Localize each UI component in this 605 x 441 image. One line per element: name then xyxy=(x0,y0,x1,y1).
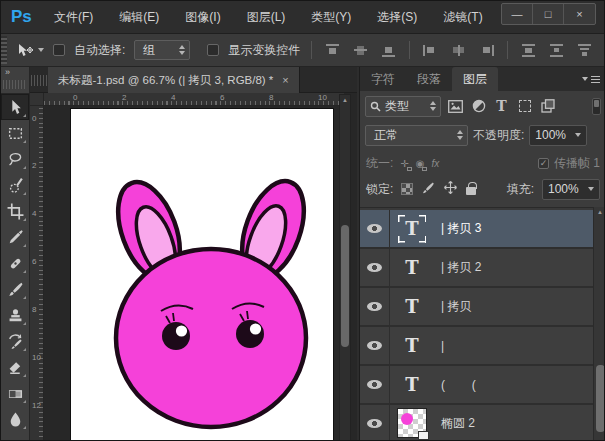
fill-arrow-icon[interactable] xyxy=(588,187,594,191)
eraser-tool[interactable] xyxy=(1,354,29,380)
layer-name[interactable]: | 拷贝 xyxy=(441,298,471,315)
lasso-tool[interactable] xyxy=(1,146,29,172)
layer-name[interactable]: | 拷贝 3 xyxy=(441,220,481,237)
eye-icon[interactable] xyxy=(367,380,382,389)
document-tab[interactable]: 未标题-1.psd @ 66.7% (| 拷贝 3, RGB/8) * × xyxy=(48,67,300,93)
menu-select[interactable]: 选择(S) xyxy=(364,1,430,34)
quick-selection-tool[interactable] xyxy=(1,172,29,198)
toolbar-grip[interactable] xyxy=(3,80,27,89)
filter-pixel-layers-icon[interactable] xyxy=(447,98,464,115)
marquee-tool[interactable] xyxy=(1,120,29,146)
opacity-arrow-icon[interactable] xyxy=(575,133,581,137)
unify-position-icon[interactable]: ✛ xyxy=(400,158,408,169)
text-layer-thumbnail[interactable]: T xyxy=(398,254,426,282)
vertical-ruler[interactable]: 0 2 4 6 8 10 12 xyxy=(30,106,44,441)
filter-toggle-switch[interactable] xyxy=(592,98,601,115)
visibility-cell[interactable] xyxy=(360,366,390,403)
layer-name[interactable]: | 拷贝 2 xyxy=(441,259,481,276)
unify-style-icon[interactable]: fx xyxy=(431,158,439,169)
canvas-scrollbar-thumb[interactable] xyxy=(341,225,349,347)
layer-row[interactable]: T ( ( xyxy=(360,366,593,405)
align-hcenter-icon[interactable] xyxy=(451,44,466,57)
tool-preset-arrow-icon[interactable] xyxy=(38,48,44,52)
gradient-tool[interactable] xyxy=(1,380,29,406)
filter-type-layers-icon[interactable]: T xyxy=(493,98,510,115)
visibility-cell[interactable] xyxy=(360,327,390,364)
distribute-vcenter-icon[interactable] xyxy=(549,44,564,57)
filter-kind-dropdown[interactable]: 类型 xyxy=(365,96,441,117)
horizontal-ruler[interactable]: 0 2 4 6 8 10 xyxy=(44,93,344,106)
filter-adjustment-layers-icon[interactable] xyxy=(470,98,487,115)
align-top-icon[interactable] xyxy=(325,44,340,57)
lock-transparency-icon[interactable] xyxy=(401,183,413,195)
eye-icon[interactable] xyxy=(367,224,382,233)
eye-icon[interactable] xyxy=(367,341,382,350)
panel-menu-icon[interactable] xyxy=(582,73,600,85)
auto-select-checkbox[interactable] xyxy=(53,44,65,56)
eye-icon[interactable] xyxy=(367,419,382,428)
maximize-button[interactable]: □ xyxy=(533,4,564,24)
layer-row[interactable]: 椭圆 2 xyxy=(360,405,593,441)
tab-layers[interactable]: 图层 xyxy=(452,67,498,91)
visibility-cell[interactable] xyxy=(360,210,390,247)
layers-scrollbar-thumb[interactable] xyxy=(596,365,605,432)
distribute-bottom-icon[interactable] xyxy=(577,44,592,57)
unify-visibility-icon[interactable]: ◉ xyxy=(416,158,425,169)
auto-select-scope-dropdown[interactable]: 组 xyxy=(134,40,190,60)
canvas-page[interactable] xyxy=(71,109,333,441)
document-close-icon[interactable]: × xyxy=(282,74,288,86)
healing-brush-tool[interactable] xyxy=(1,250,29,276)
brush-tool[interactable] xyxy=(1,276,29,302)
menu-layer[interactable]: 图层(L) xyxy=(234,1,299,34)
layer-row[interactable]: T | 拷贝 2 xyxy=(360,249,593,288)
layer-name[interactable]: 椭圆 2 xyxy=(441,415,475,432)
collapse-toolbar-icon[interactable]: » xyxy=(1,67,29,77)
visibility-cell[interactable] xyxy=(360,249,390,286)
lock-position-icon[interactable] xyxy=(443,180,458,198)
lock-pixels-icon[interactable] xyxy=(421,181,435,198)
layer-row[interactable]: T | xyxy=(360,327,593,366)
scroll-up-icon[interactable]: ▲ xyxy=(340,95,350,105)
align-vcenter-icon[interactable] xyxy=(353,44,368,57)
move-tool[interactable] xyxy=(1,94,29,120)
shape-layer-thumbnail[interactable] xyxy=(397,408,427,438)
propagate-frame-checkbox[interactable]: ✓ xyxy=(538,158,549,169)
lock-all-icon[interactable] xyxy=(466,187,476,195)
menu-edit[interactable]: 编辑(E) xyxy=(106,1,172,34)
menu-type[interactable]: 类型(Y) xyxy=(298,1,364,34)
layer-name[interactable]: | xyxy=(441,339,444,353)
visibility-cell[interactable] xyxy=(360,405,390,441)
blend-mode-dropdown[interactable]: 正常 xyxy=(365,125,468,146)
layer-name[interactable]: ( ( xyxy=(441,378,476,392)
opacity-field[interactable]: 100% xyxy=(529,125,587,146)
history-brush-tool[interactable] xyxy=(1,328,29,354)
scroll-up-icon[interactable]: ▲ xyxy=(594,207,605,217)
align-left-icon[interactable] xyxy=(423,44,438,57)
menu-image[interactable]: 图像(I) xyxy=(172,1,233,34)
canvas-scrollbar[interactable]: ▲ xyxy=(339,94,351,441)
eyedropper-tool[interactable] xyxy=(1,224,29,250)
clone-stamp-tool[interactable] xyxy=(1,302,29,328)
menu-filter[interactable]: 滤镜(T) xyxy=(430,1,495,34)
layer-row[interactable]: T | 拷贝 3 xyxy=(360,210,593,249)
text-layer-thumbnail[interactable]: T xyxy=(398,293,426,321)
tab-character[interactable]: 字符 xyxy=(360,67,406,91)
eye-icon[interactable] xyxy=(367,302,382,311)
crop-tool[interactable] xyxy=(1,198,29,224)
filter-shape-layers-icon[interactable] xyxy=(516,98,533,115)
eye-icon[interactable] xyxy=(367,263,382,272)
layers-scrollbar[interactable]: ▲ xyxy=(593,207,605,440)
visibility-cell[interactable] xyxy=(360,288,390,325)
distribute-top-icon[interactable] xyxy=(521,44,536,57)
blur-tool[interactable] xyxy=(1,406,29,432)
fill-field[interactable]: 100% xyxy=(542,179,600,200)
tab-paragraph[interactable]: 段落 xyxy=(406,67,452,91)
text-layer-thumbnail[interactable]: T xyxy=(398,371,426,399)
align-right-icon[interactable] xyxy=(479,44,494,57)
filter-smart-object-icon[interactable] xyxy=(539,98,556,115)
minimize-button[interactable]: — xyxy=(502,4,533,24)
close-button[interactable]: × xyxy=(564,4,595,24)
layer-row[interactable]: T | 拷贝 xyxy=(360,288,593,327)
text-layer-thumbnail[interactable]: T xyxy=(398,332,426,360)
show-transform-checkbox[interactable] xyxy=(207,44,219,56)
